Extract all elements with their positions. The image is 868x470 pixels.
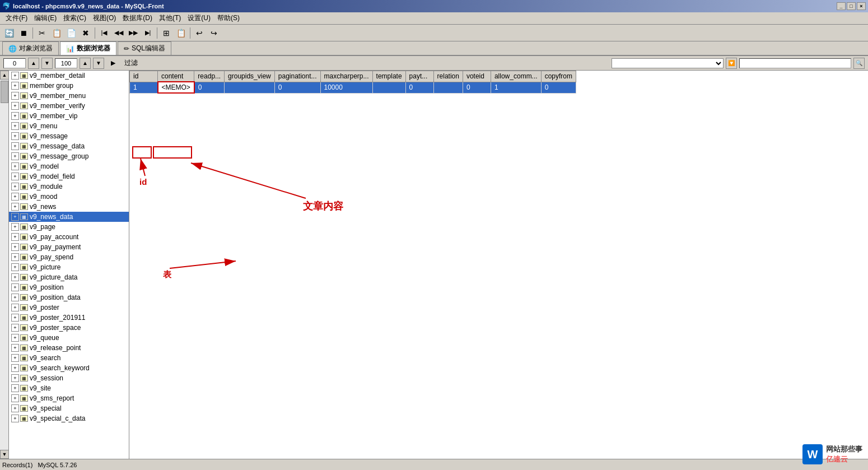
paste-button[interactable]: 📄 xyxy=(64,26,78,40)
col-paginationt[interactable]: paginationt... xyxy=(274,71,320,82)
limit-down-btn[interactable]: ▼ xyxy=(93,58,104,69)
col-copyfrom[interactable]: copyfrom xyxy=(541,71,576,82)
sidebar-item-v9-poster-201911[interactable]: + ▦ v9_poster_201911 xyxy=(9,313,129,323)
copy-button[interactable]: 📋 xyxy=(50,26,63,40)
sidebar-item-v9-queue[interactable]: + ▦ v9_queue xyxy=(9,333,129,343)
refresh-button[interactable]: 🔄 xyxy=(2,26,16,40)
sidebar-item-v9-module[interactable]: + ▦ v9_module xyxy=(9,182,129,192)
sidebar-item-v9-picture[interactable]: + ▦ v9_picture xyxy=(9,262,129,272)
sidebar-item-v9-special-c-data[interactable]: + ▦ v9_special_c_data xyxy=(9,413,129,424)
next-button[interactable]: ▶▶ xyxy=(127,26,140,40)
undo-button[interactable]: ↩ xyxy=(193,26,206,40)
form-view-button[interactable]: 📋 xyxy=(174,26,188,40)
sidebar-item-v9-menu[interactable]: + ▦ v9_menu xyxy=(9,121,129,131)
sidebar-item-v9-poster[interactable]: + ▦ v9_poster xyxy=(9,303,129,313)
sidebar-item-v9-pay-payment[interactable]: + ▦ v9_pay_payment xyxy=(9,242,129,252)
svg-line-3 xyxy=(191,163,306,198)
maximize-button[interactable]: □ xyxy=(847,2,856,10)
sidebar-item-v9-news[interactable]: + ▦ v9_news xyxy=(9,202,129,212)
col-id[interactable]: id xyxy=(130,71,158,82)
sidebar-item-v9-message[interactable]: + ▦ v9_message xyxy=(9,131,129,141)
table-icon: ▦ xyxy=(20,375,28,381)
sidebar-item-v9-search[interactable]: + ▦ v9_search xyxy=(9,353,129,363)
menu-other[interactable]: 其他(T) xyxy=(156,12,184,24)
sidebar-item-v9-message-data[interactable]: + ▦ v9_message_data xyxy=(9,141,129,151)
cut-button[interactable]: ✂ xyxy=(35,26,49,40)
scroll-down[interactable]: ▼ xyxy=(0,450,9,459)
stop-button[interactable]: ⏹ xyxy=(17,26,30,40)
sidebar-item-v9-sms-report[interactable]: + ▦ v9_sms_report xyxy=(9,393,129,403)
search-input[interactable] xyxy=(739,58,851,68)
expand-icon: + xyxy=(11,394,19,402)
sidebar-item-v9-member-menu[interactable]: + ▦ v9_member_menu xyxy=(9,91,129,101)
sidebar-item-v9-pay-account[interactable]: + ▦ v9_pay_account xyxy=(9,232,129,242)
col-template[interactable]: template xyxy=(372,71,405,82)
col-maxcharperp[interactable]: maxcharperp... xyxy=(320,71,372,82)
col-readp[interactable]: readp... xyxy=(194,71,225,82)
sidebar-item-v9-model-field[interactable]: + ▦ v9_model_field xyxy=(9,171,129,182)
table-row[interactable]: 1 <MEMO> 0 0 10000 0 0 1 0 xyxy=(130,82,576,93)
tab-sql-editor[interactable]: ✏ SQL编辑器 xyxy=(118,41,171,55)
expand-icon: + xyxy=(11,374,19,382)
page-up-btn[interactable]: ▲ xyxy=(28,58,39,69)
col-groupids-view[interactable]: groupids_view xyxy=(225,71,275,82)
tab-object-browser[interactable]: 🌐 对象浏览器 xyxy=(2,41,59,55)
search-filter-btn[interactable]: 🔽 xyxy=(726,58,737,69)
page-input[interactable] xyxy=(3,58,26,68)
sidebar-item-v9-mood[interactable]: + ▦ v9_mood xyxy=(9,192,129,202)
limit-up-btn[interactable]: ▲ xyxy=(80,58,91,69)
sidebar-item-v9-message-group[interactable]: + ▦ v9_message_group xyxy=(9,151,129,161)
menu-file[interactable]: 文件(F) xyxy=(2,12,31,24)
scroll-up[interactable]: ▲ xyxy=(0,71,9,80)
menu-edit[interactable]: 编辑(E) xyxy=(31,12,60,24)
menu-search[interactable]: 搜索(C) xyxy=(60,12,90,24)
col-relation[interactable]: relation xyxy=(433,71,463,82)
page-down-btn[interactable]: ▼ xyxy=(41,58,53,69)
item-label: v9_sms_report xyxy=(30,394,74,402)
col-content[interactable]: content xyxy=(158,71,194,82)
sidebar-item-v9-session[interactable]: + ▦ v9_session xyxy=(9,373,129,383)
sidebar-item-v9-position[interactable]: + ▦ v9_position xyxy=(9,282,129,292)
sidebar-item-v9-release-point[interactable]: + ▦ v9_release_point xyxy=(9,343,129,353)
menu-help[interactable]: 帮助(S) xyxy=(214,12,243,24)
sidebar-item-v9-page[interactable]: + ▦ v9_page xyxy=(9,222,129,232)
sidebar-scrollbar[interactable]: ▲ ▼ xyxy=(0,71,9,459)
table-icon: ▦ xyxy=(20,82,28,89)
search-btn[interactable]: 🔍 xyxy=(853,58,865,69)
grid-view-button[interactable]: ⊞ xyxy=(160,26,173,40)
delete-button[interactable]: ✖ xyxy=(79,26,92,40)
sidebar-item-v9-news-data[interactable]: + ▦ v9_news_data xyxy=(9,212,129,222)
search-combo[interactable] xyxy=(612,58,724,68)
limit-input[interactable] xyxy=(55,58,77,68)
sidebar-item-v9-search-keyword[interactable]: + ▦ v9_search_keyword xyxy=(9,363,129,373)
sidebar-item-v9-member-vip[interactable]: + ▦ v9_member_vip xyxy=(9,111,129,121)
expand-icon: + xyxy=(11,183,19,190)
last-button[interactable]: ▶| xyxy=(141,26,155,40)
close-button[interactable]: × xyxy=(857,2,866,10)
sidebar-item-v9-poster-space[interactable]: + ▦ v9_poster_space xyxy=(9,323,129,333)
execute-btn[interactable]: ▶ xyxy=(106,57,120,70)
sidebar-item-v9-member-verify[interactable]: + ▦ v9_member_verify xyxy=(9,101,129,111)
menu-settings[interactable]: 设置(U) xyxy=(184,12,214,24)
minimize-button[interactable]: _ xyxy=(837,2,846,10)
sidebar-item-v9-pay-spend[interactable]: + ▦ v9_pay_spend xyxy=(9,252,129,262)
prev-button[interactable]: ◀◀ xyxy=(112,26,125,40)
table-icon: ▦ xyxy=(20,334,28,341)
sidebar-item-member-group[interactable]: + ▦ member group xyxy=(9,81,129,91)
data-grid: id content readp... groupids_view pagina… xyxy=(129,71,576,94)
sidebar-item-v9-model[interactable]: + ▦ v9_model xyxy=(9,161,129,171)
cell-copyfrom: 0 xyxy=(541,82,576,93)
sidebar-item-v9-member-detail[interactable]: + ▦ v9_member_detail xyxy=(9,71,129,81)
tab-data-browser[interactable]: 📊 数据浏览器 xyxy=(60,41,116,55)
menu-view[interactable]: 视图(O) xyxy=(90,12,119,24)
sidebar-item-v9-position-data[interactable]: + ▦ v9_position_data xyxy=(9,292,129,303)
first-button[interactable]: |◀ xyxy=(97,26,111,40)
menu-database[interactable]: 数据库(D) xyxy=(119,12,156,24)
col-allow-comm[interactable]: allow_comm... xyxy=(491,71,541,82)
col-voteid[interactable]: voteid xyxy=(463,71,491,82)
sidebar-item-v9-special[interactable]: + ▦ v9_special xyxy=(9,403,129,413)
col-payt[interactable]: payt... xyxy=(405,71,433,82)
sidebar-item-v9-site[interactable]: + ▦ v9_site xyxy=(9,383,129,393)
redo-button[interactable]: ↪ xyxy=(207,26,221,40)
sidebar-item-v9-picture-data[interactable]: + ▦ v9_picture_data xyxy=(9,272,129,282)
